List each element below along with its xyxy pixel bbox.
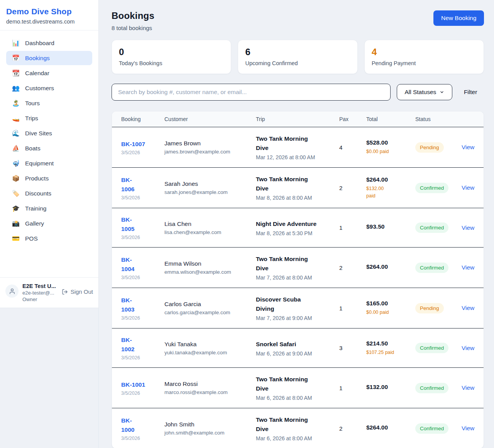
status-select-value: All Statuses: [404, 89, 436, 96]
sidebar-item[interactable]: 💳 POS: [6, 231, 92, 246]
column-header-status: Status: [415, 116, 462, 122]
trip-name: Two Tank Morning Dive: [256, 254, 339, 273]
sidebar-item[interactable]: 👥 Customers: [6, 81, 92, 95]
sidebar-item-label: Training: [25, 205, 46, 212]
sidebar-item-icon: 🚤: [12, 115, 20, 122]
booking-date: 3/5/2026: [121, 275, 164, 280]
sidebar-nav: 📊 Dashboard 📅 Bookings 📆 Calendar 👥 Cust…: [0, 30, 98, 277]
paid-amount: $107.25 paid: [366, 349, 415, 356]
sidebar-item-icon: 📊: [12, 39, 20, 47]
view-link[interactable]: View: [462, 425, 474, 431]
sidebar-item[interactable]: 🏷️ Discounts: [6, 186, 92, 200]
user-email: e2e-tester@...: [22, 290, 58, 296]
trip-cell: Two Tank Morning Dive Mar 8, 2026 at 8:0…: [256, 175, 339, 201]
view-link[interactable]: View: [462, 345, 474, 351]
total-bookings-count: 8 total bookings: [112, 25, 154, 31]
trip-cell: Two Tank Morning Dive Mar 12, 2026 at 8:…: [256, 134, 339, 160]
booking-cell: BK- 1000 3/5/2026: [121, 416, 164, 441]
sidebar-item[interactable]: ⛵ Boats: [6, 141, 92, 155]
main-content: Bookings 8 total bookings New Booking 0 …: [99, 0, 494, 448]
trip-datetime: Mar 6, 2026 at 8:00 AM: [256, 435, 339, 441]
status-badge: Confirmed: [415, 423, 448, 434]
new-booking-button[interactable]: New Booking: [433, 10, 484, 26]
booking-id-link[interactable]: BK- 1000: [121, 416, 164, 435]
view-link[interactable]: View: [462, 144, 474, 150]
search-input[interactable]: [112, 84, 391, 101]
sidebar-item[interactable]: 🌊 Dive Sites: [6, 126, 92, 140]
sidebar-item-icon: 🎓: [12, 205, 20, 212]
user-role: Owner: [22, 296, 58, 302]
booking-cell: BK- 1004 3/5/2026: [121, 255, 164, 280]
stat-label: Today's Bookings: [119, 60, 224, 66]
trip-datetime: Mar 6, 2026 at 8:00 AM: [256, 395, 339, 401]
status-badge: Confirmed: [415, 183, 448, 193]
trip-name: Snorkel Safari: [256, 340, 339, 349]
sidebar-item-label: Customers: [25, 85, 54, 92]
sidebar-item[interactable]: 📆 Calendar: [6, 66, 92, 80]
trip-cell: Two Tank Morning Dive Mar 7, 2026 at 8:0…: [256, 254, 339, 281]
table-row: BK- 1003 3/5/2026 Carlos Garcia carlos.g…: [112, 288, 484, 328]
trip-name: Two Tank Morning Dive: [256, 415, 339, 434]
total-amount: $132.00: [366, 384, 415, 391]
sidebar-column: Demo Dive Shop demo.test.divestreams.com…: [0, 0, 99, 448]
sidebar-item[interactable]: 🚤 Trips: [6, 111, 92, 125]
view-link[interactable]: View: [462, 224, 474, 231]
sidebar-item[interactable]: 🏝️ Tours: [6, 96, 92, 110]
booking-id-link[interactable]: BK- 1006: [121, 175, 164, 194]
sidebar: Demo Dive Shop demo.test.divestreams.com…: [0, 0, 98, 308]
sidebar-item[interactable]: 🎓 Training: [6, 201, 92, 216]
actions-cell: View: [462, 184, 474, 191]
customer-name: John Smith: [164, 421, 256, 428]
sidebar-item[interactable]: 📸 Gallery: [6, 216, 92, 231]
actions-cell: View: [462, 305, 474, 312]
sign-out-button[interactable]: Sign Out: [62, 288, 93, 295]
sidebar-item-icon: 👥: [12, 84, 20, 92]
view-link[interactable]: View: [462, 264, 474, 271]
sidebar-item[interactable]: 📦 Products: [6, 171, 92, 185]
sidebar-item[interactable]: 📊 Dashboard: [6, 36, 92, 50]
filter-row: All Statuses Filter: [112, 84, 484, 101]
trip-cell: Night Dive Adventure Mar 8, 2026 at 5:30…: [256, 219, 339, 236]
view-link[interactable]: View: [462, 184, 474, 191]
customer-name: Lisa Chen: [164, 221, 256, 227]
total-cell: $132.00: [366, 384, 415, 392]
sidebar-item-label: Trips: [25, 115, 38, 122]
trip-datetime: Mar 8, 2026 at 5:30 PM: [256, 230, 339, 236]
sidebar-item-label: Equipment: [25, 160, 54, 167]
view-link[interactable]: View: [462, 305, 474, 311]
actions-cell: View: [462, 384, 474, 391]
booking-id-link[interactable]: BK- 1003: [121, 296, 164, 314]
sidebar-item[interactable]: 🤿 Equipment: [6, 156, 92, 170]
stat-card: 6 Upcoming Confirmed: [238, 40, 357, 74]
sidebar-item-label: Dashboard: [25, 40, 54, 47]
booking-id-link[interactable]: BK-1007: [121, 140, 164, 149]
sign-out-label: Sign Out: [71, 288, 93, 295]
customer-name: Yuki Tanaka: [164, 341, 256, 348]
trip-datetime: Mar 6, 2026 at 9:00 AM: [256, 350, 339, 357]
actions-cell: View: [462, 224, 474, 231]
total-amount: $93.50: [366, 223, 415, 230]
booking-cell: BK-1001 3/5/2026: [121, 380, 164, 396]
pax-count: 3: [339, 345, 366, 351]
total-amount: $165.00: [366, 300, 415, 307]
sidebar-item-icon: ⛵: [12, 145, 20, 152]
sidebar-item[interactable]: 📅 Bookings: [6, 51, 92, 65]
page-title-block: Bookings 8 total bookings: [112, 10, 154, 31]
booking-id-link[interactable]: BK-1001: [121, 380, 164, 389]
status-select[interactable]: All Statuses: [397, 84, 452, 100]
table-row: BK- 1006 3/5/2026 Sarah Jones sarah.jone…: [112, 167, 484, 208]
customer-email: carlos.garcia@example.com: [164, 310, 256, 315]
booking-id-link[interactable]: BK- 1002: [121, 335, 164, 354]
total-amount: $528.00: [366, 139, 415, 146]
trip-datetime: Mar 7, 2026 at 8:00 AM: [256, 275, 339, 281]
paid-amount: $132.00 paid: [366, 185, 415, 200]
table-row: BK- 1000 3/5/2026 John Smith john.smith@…: [112, 408, 484, 448]
view-link[interactable]: View: [462, 384, 474, 391]
table-row: BK- 1004 3/5/2026 Emma Wilson emma.wilso…: [112, 247, 484, 288]
booking-id-link[interactable]: BK- 1004: [121, 255, 164, 274]
sidebar-item-icon: 📅: [12, 54, 20, 62]
booking-id-link[interactable]: BK- 1005: [121, 215, 164, 234]
sidebar-item-icon: 🌊: [12, 130, 20, 137]
sidebar-item-label: Dive Sites: [25, 130, 52, 137]
filter-button[interactable]: Filter: [458, 89, 484, 96]
